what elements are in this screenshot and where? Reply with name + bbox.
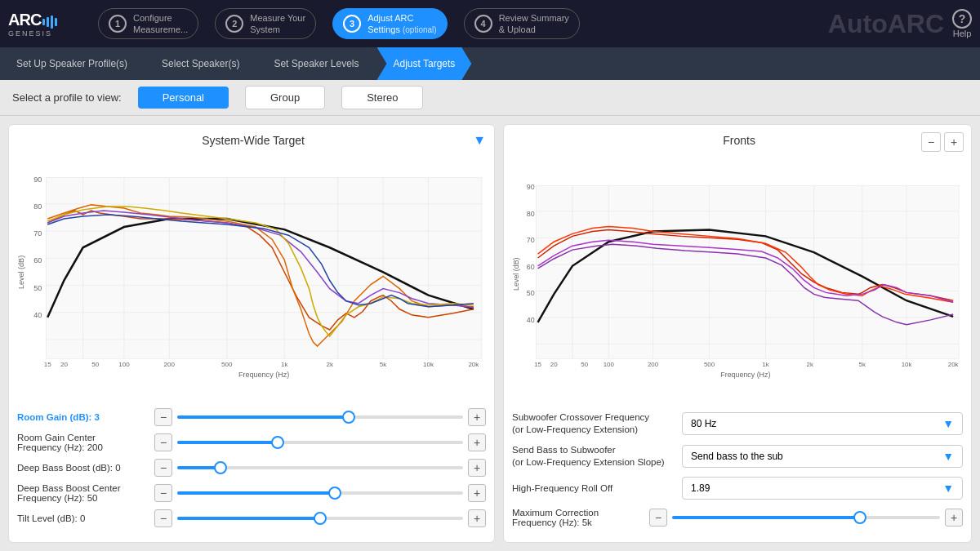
subnav-setup-label: Set Up Speaker Profile(s) (16, 58, 127, 69)
profile-personal-btn[interactable]: Personal (138, 87, 229, 109)
svg-text:5k: 5k (859, 361, 866, 368)
room-gain-thumb[interactable] (342, 411, 355, 424)
svg-text:200: 200 (648, 361, 659, 368)
help-icon: ? (952, 9, 972, 29)
step-3[interactable]: 3 Adjust ARCSettings (optional) (332, 8, 448, 40)
room-gain-center-label: Room Gain CenterFrequency (Hz): 200 (17, 433, 148, 452)
room-gain-track[interactable] (177, 415, 463, 419)
deep-bass-boost-thumb[interactable] (214, 461, 227, 474)
svg-text:Frequency (Hz): Frequency (Hz) (238, 371, 289, 379)
room-gain-plus-btn[interactable]: + (468, 408, 486, 426)
hf-rolloff-label: High-Frequency Roll Off (512, 482, 675, 495)
svg-text:500: 500 (221, 361, 233, 368)
max-correction-track[interactable] (672, 516, 940, 519)
max-correction-fill (672, 516, 860, 519)
deep-bass-center-control: Deep Bass Boost CenterFrequency (Hz): 50… (17, 483, 486, 503)
max-correction-thumb[interactable] (853, 511, 866, 524)
svg-text:90: 90 (527, 183, 535, 191)
subwoofer-crossover-control: Subwoofer Crossover Frequency(or Low-Fre… (512, 411, 963, 436)
deep-bass-boost-minus-btn[interactable]: − (154, 459, 172, 477)
subnav: Set Up Speaker Profile(s) Select Speaker… (0, 47, 980, 80)
deep-bass-boost-track[interactable] (177, 466, 463, 469)
wave4 (55, 18, 57, 26)
svg-text:60: 60 (527, 263, 535, 271)
room-gain-minus-btn[interactable]: − (154, 408, 172, 426)
max-correction-plus-btn[interactable]: + (945, 509, 963, 527)
subwoofer-crossover-dropdown[interactable]: 80 Hz ▼ (682, 412, 963, 435)
right-controls: Subwoofer Crossover Frequency(or Low-Fre… (512, 405, 963, 534)
zoom-plus-btn[interactable]: + (944, 132, 964, 152)
svg-text:50: 50 (33, 284, 42, 292)
step-3-num: 3 (343, 15, 361, 33)
logo-sub: GENESIS (8, 29, 57, 38)
room-gain-center-slider-area: − + (154, 433, 486, 451)
profile-stereo-btn[interactable]: Stereo (341, 86, 423, 109)
subnav-targets-label: Adjust Targets (394, 58, 456, 69)
svg-text:80: 80 (33, 202, 42, 211)
step-4-num: 4 (474, 15, 492, 33)
room-gain-center-control: Room Gain CenterFrequency (Hz): 200 − + (17, 433, 486, 452)
zoom-minus-btn[interactable]: − (921, 132, 941, 152)
step-1-label: ConfigureMeasureme... (133, 12, 188, 36)
svg-text:90: 90 (33, 176, 42, 184)
deep-bass-center-thumb[interactable] (328, 487, 341, 500)
tilt-level-fill (177, 517, 320, 520)
tilt-level-thumb[interactable] (314, 512, 327, 525)
arc-title: AutoARC (828, 9, 944, 39)
subnav-targets[interactable]: Adjust Targets (377, 47, 472, 80)
deep-bass-center-plus-btn[interactable]: + (468, 484, 486, 502)
step-2-num: 2 (225, 15, 243, 33)
wave1 (42, 19, 45, 25)
subwoofer-crossover-value: 80 Hz (691, 418, 716, 429)
svg-text:40: 40 (33, 311, 42, 319)
room-gain-slider-area: − + (154, 408, 486, 426)
right-panel-wrapper: − + Fronts ▼ (503, 124, 972, 543)
deep-bass-center-label: Deep Bass Boost CenterFrequency (Hz): 50 (17, 483, 148, 503)
hf-rolloff-dropdown[interactable]: 1.89 ▼ (682, 477, 963, 500)
help-button[interactable]: ? Help (952, 9, 972, 38)
send-bass-arrow: ▼ (942, 450, 954, 463)
room-gain-control: Room Gain (dB): 3 − + (17, 408, 486, 426)
profile-group-btn[interactable]: Group (245, 86, 325, 109)
deep-bass-center-minus-btn[interactable]: − (154, 484, 172, 502)
max-correction-minus-btn[interactable]: − (649, 509, 667, 527)
left-chart-svg: 90 80 70 60 50 40 Level (dB) 15 20 50 10… (17, 151, 486, 402)
right-chart-title: Fronts (528, 134, 950, 147)
send-bass-dropdown[interactable]: Send bass to the sub ▼ (682, 445, 963, 468)
left-chart-header: System-Wide Target ▼ (17, 133, 486, 148)
svg-text:70: 70 (527, 236, 535, 244)
step-4[interactable]: 4 Review Summary& Upload (464, 8, 580, 40)
step-1[interactable]: 1 ConfigureMeasureme... (98, 8, 198, 40)
room-gain-center-track[interactable] (177, 441, 463, 444)
left-chart-dropdown-icon[interactable]: ▼ (473, 133, 486, 148)
subnav-levels[interactable]: Set Speaker Levels (257, 47, 375, 80)
step-2[interactable]: 2 Measure YourSystem (215, 8, 316, 40)
subnav-select[interactable]: Select Speaker(s) (145, 47, 256, 80)
subnav-setup[interactable]: Set Up Speaker Profile(s) (0, 47, 144, 80)
svg-text:50: 50 (581, 361, 588, 368)
deep-bass-boost-plus-btn[interactable]: + (468, 459, 486, 477)
room-gain-center-minus-btn[interactable]: − (154, 433, 172, 451)
svg-text:20k: 20k (468, 361, 479, 368)
tilt-level-control: Tilt Level (dB): 0 − + (17, 509, 486, 527)
header-right: AutoARC ? Help (828, 9, 972, 39)
tilt-level-plus-btn[interactable]: + (468, 509, 486, 527)
deep-bass-center-track[interactable] (177, 491, 463, 495)
wave2 (47, 17, 49, 27)
hf-rolloff-control: High-Frequency Roll Off 1.89 ▼ (512, 477, 963, 500)
step-2-label: Measure YourSystem (250, 12, 305, 36)
svg-text:80: 80 (527, 210, 535, 218)
room-gain-center-plus-btn[interactable]: + (468, 433, 486, 451)
deep-bass-boost-control: Deep Bass Boost (dB): 0 − + (17, 459, 486, 477)
subnav-select-label: Select Speaker(s) (162, 58, 239, 69)
room-gain-center-thumb[interactable] (271, 436, 284, 449)
left-panel: System-Wide Target ▼ (8, 124, 495, 543)
hf-rolloff-value: 1.89 (691, 482, 710, 494)
send-bass-value: Send bass to the sub (691, 451, 783, 462)
tilt-level-minus-btn[interactable]: − (154, 509, 172, 527)
tilt-level-track[interactable] (177, 517, 463, 520)
svg-text:1k: 1k (281, 361, 288, 368)
svg-text:20k: 20k (948, 361, 959, 368)
step-3-label: Adjust ARCSettings (optional) (368, 12, 437, 36)
max-correction-slider-area: − + (649, 509, 963, 527)
